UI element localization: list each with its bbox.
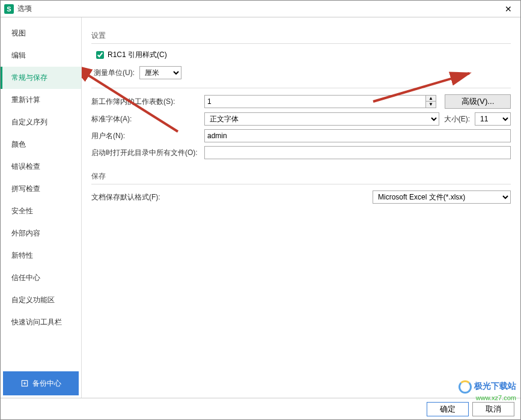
window-title: 选项 (17, 4, 500, 14)
sidebar-item-1[interactable]: 编辑 (1, 44, 81, 67)
watermark: 极光下载站 www.xz7.com (459, 380, 516, 402)
sidebar-item-6[interactable]: 错误检查 (1, 156, 81, 178)
sidebar-item-0[interactable]: 视图 (1, 22, 81, 44)
sidebar-item-7[interactable]: 拼写检查 (1, 178, 81, 200)
open-input[interactable] (204, 146, 511, 159)
sidebar-item-2[interactable]: 常规与保存 (1, 67, 81, 89)
sidebar-item-4[interactable]: 自定义序列 (1, 111, 81, 133)
titlebar: S 选项 ✕ (1, 1, 520, 17)
footer: 确定 取消 (1, 398, 520, 419)
app-icon: S (4, 4, 14, 14)
sidebar-item-3[interactable]: 重新计算 (1, 89, 81, 111)
advanced-button[interactable]: 高级(V)... (445, 94, 511, 109)
section-save-head: 保存 (91, 169, 511, 184)
size-select[interactable]: 11 (475, 112, 511, 126)
close-button[interactable]: ✕ (500, 1, 517, 17)
sidebar-item-13[interactable]: 快速访问工具栏 (1, 311, 81, 333)
user-input[interactable] (204, 129, 511, 142)
sidebar: 视图编辑常规与保存重新计算自定义序列颜色错误检查拼写检查安全性外部内容新特性信任… (1, 17, 82, 398)
sidebar-item-12[interactable]: 自定义功能区 (1, 289, 81, 311)
open-label: 启动时打开此目录中所有文件(O): (91, 148, 200, 158)
unit-label: 测量单位(U): (94, 68, 135, 78)
r1c1-label: R1C1 引用样式(C) (108, 50, 167, 60)
watermark-logo-icon (459, 380, 472, 394)
sidebar-item-5[interactable]: 颜色 (1, 133, 81, 156)
backup-icon (20, 379, 29, 388)
sidebar-item-10[interactable]: 新特性 (1, 245, 81, 267)
font-label: 标准字体(A): (91, 114, 200, 124)
sidebar-item-8[interactable]: 安全性 (1, 200, 81, 222)
font-select[interactable]: 正文字体 (204, 112, 439, 126)
sheets-input[interactable] (204, 95, 426, 108)
sidebar-item-9[interactable]: 外部内容 (1, 222, 81, 245)
format-select[interactable]: Microsoft Excel 文件(*.xlsx) (373, 190, 511, 204)
section-settings-head: 设置 (91, 28, 511, 44)
sidebar-item-11[interactable]: 信任中心 (1, 267, 81, 289)
ok-button[interactable]: 确定 (427, 402, 469, 416)
cancel-button[interactable]: 取消 (472, 402, 514, 416)
unit-select[interactable]: 厘米 (139, 66, 181, 79)
r1c1-checkbox[interactable] (96, 51, 104, 59)
size-label: 大小(E): (444, 114, 470, 124)
content: 设置 R1C1 引用样式(C) 测量单位(U): 厘米 新工作簿内的工作表数(S… (82, 17, 520, 398)
sheets-spinner[interactable]: ▲▼ (426, 95, 436, 108)
format-label: 文档保存默认格式(F): (91, 192, 200, 202)
backup-label: 备份中心 (32, 379, 61, 389)
sheets-label: 新工作簿内的工作表数(S): (91, 97, 200, 107)
user-label: 用户名(N): (91, 131, 200, 141)
backup-center-button[interactable]: 备份中心 (3, 371, 79, 395)
